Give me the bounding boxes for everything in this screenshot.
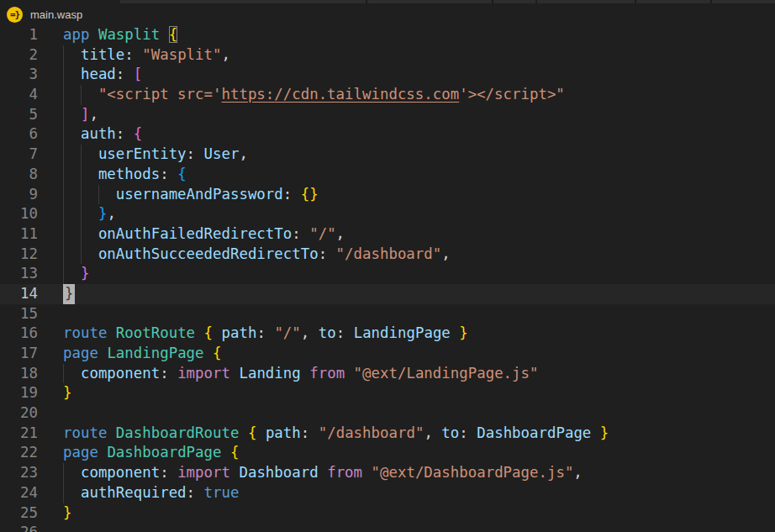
code-token: [63, 365, 81, 382]
code-token: usernameAndPassword: [116, 186, 283, 203]
code-token: [63, 265, 81, 282]
code-token: [63, 464, 81, 481]
code-token: ,: [573, 464, 582, 481]
line-number: 15: [0, 304, 38, 324]
line-number: 5: [0, 105, 38, 125]
code-line-content: head: [: [38, 65, 775, 85]
code-line-content: component: import Landing from "@ext/Lan…: [38, 364, 775, 384]
code-line[interactable]: 15: [0, 304, 775, 324]
code-token: [63, 46, 81, 63]
breadcrumb[interactable]: =} main.wasp: [0, 3, 775, 25]
code-token: [256, 424, 265, 441]
code-line[interactable]: 24 authRequired: true: [0, 483, 775, 503]
code-token: component: [81, 365, 160, 382]
code-line-content: page DashboardPage {: [38, 443, 775, 463]
code-token: [63, 106, 81, 123]
tab-separator: [492, 0, 493, 3]
code-line[interactable]: 20: [0, 403, 775, 424]
line-number: 10: [0, 204, 38, 224]
code-line[interactable]: 2 title: "Wasplit",: [0, 45, 775, 66]
code-token: :: [459, 424, 477, 441]
code-line-content: component: import Dashboard from "@ext/D…: [38, 463, 775, 483]
code-token: [239, 424, 247, 441]
code-token: :: [256, 324, 274, 341]
code-line[interactable]: 6 auth: {: [0, 124, 775, 145]
code-token: component: [81, 464, 160, 481]
indent-guide: [81, 204, 82, 224]
code-token: ,: [89, 106, 98, 123]
code-line[interactable]: 16route RootRoute { path: "/", to: Landi…: [0, 324, 775, 344]
indent-guide: [81, 185, 82, 205]
indent-guide: [63, 185, 64, 205]
code-line-content: authRequired: true: [38, 483, 775, 503]
code-line[interactable]: 11 onAuthFailedRedirectTo: "/",: [0, 224, 775, 245]
code-line-content: route DashboardRoute { path: "/dashboard…: [38, 424, 775, 444]
line-number: 20: [0, 403, 38, 424]
code-token: [107, 424, 115, 441]
code-line-content: [38, 304, 775, 324]
code-token: to: [441, 424, 459, 441]
code-token: }: [98, 205, 107, 222]
code-line[interactable]: 17page LandingPage {: [0, 344, 775, 364]
code-token: methods: [98, 166, 160, 182]
code-line-content: onAuthSucceededRedirectTo: "/dashboard",: [38, 245, 775, 265]
code-line-content: [38, 523, 775, 532]
code-token: [319, 464, 327, 481]
code-line[interactable]: 18 component: import Landing from "@ext/…: [0, 364, 775, 384]
code-token: :: [116, 66, 134, 82]
tab-bar[interactable]: [0, 0, 775, 3]
code-editor[interactable]: 1app Wasplit {2 title: "Wasplit",3 head:…: [0, 25, 775, 532]
line-number: 9: [0, 185, 38, 205]
code-token: RootRoute: [116, 324, 195, 341]
code-token: :: [283, 186, 301, 203]
code-token: "/dashboard": [336, 245, 442, 262]
indent-guide: [63, 264, 64, 284]
code-line[interactable]: 7 userEntity: User,: [0, 145, 775, 165]
code-line[interactable]: 14}: [0, 284, 775, 304]
code-line[interactable]: 13 }: [0, 264, 775, 284]
line-number: 12: [0, 245, 38, 265]
code-token: }: [600, 424, 609, 441]
code-line-content: app Wasplit {: [38, 25, 775, 45]
code-line[interactable]: 22page DashboardPage {: [0, 443, 775, 463]
code-token: "/": [309, 225, 335, 242]
code-line[interactable]: 19}: [0, 383, 775, 403]
code-token: ]: [81, 106, 89, 123]
breadcrumb-file-name: main.wasp: [30, 8, 82, 21]
code-line[interactable]: 5 ],: [0, 105, 775, 125]
code-line[interactable]: 12 onAuthSucceededRedirectTo: "/dashboar…: [0, 245, 775, 265]
line-number: 1: [0, 25, 38, 45]
code-line[interactable]: 9 usernameAndPassword: {}: [0, 185, 775, 205]
indent-guide: [81, 85, 82, 105]
indent-guide: [63, 165, 64, 185]
code-token: :: [124, 46, 142, 63]
tab-separator: [535, 0, 537, 3]
code-line-content: }: [38, 383, 775, 403]
line-number: 14: [0, 284, 38, 304]
code-token: {: [169, 26, 177, 43]
code-token: [195, 324, 203, 341]
code-line[interactable]: 4 "<script src='https://cdn.tailwindcss.…: [0, 85, 775, 105]
code-token: page: [63, 444, 98, 461]
wasp-logo-icon: =}: [7, 7, 23, 23]
code-line[interactable]: 10 },: [0, 204, 775, 224]
code-line[interactable]: 3 head: [: [0, 65, 775, 85]
code-token: :: [160, 464, 177, 481]
code-token: "@ext/DashboardPage.js": [372, 464, 574, 481]
code-line[interactable]: 26: [0, 523, 775, 532]
code-token: true: [204, 484, 240, 501]
code-line[interactable]: 23 component: import Dashboard from "@ex…: [0, 463, 775, 483]
tab-separator: [635, 0, 636, 3]
line-number: 7: [0, 145, 38, 165]
indent-guide: [81, 165, 82, 185]
code-token: [63, 186, 116, 203]
code-token: [63, 125, 81, 142]
code-line[interactable]: 1app Wasplit {: [0, 25, 775, 45]
indent-guide: [63, 224, 64, 245]
code-line[interactable]: 8 methods: {: [0, 165, 775, 185]
code-token: to: [319, 324, 336, 341]
line-number: 3: [0, 65, 38, 85]
code-line[interactable]: 25}: [0, 503, 775, 524]
code-token: '></script>": [459, 86, 565, 103]
code-line[interactable]: 21route DashboardRoute { path: "/dashboa…: [0, 424, 775, 444]
